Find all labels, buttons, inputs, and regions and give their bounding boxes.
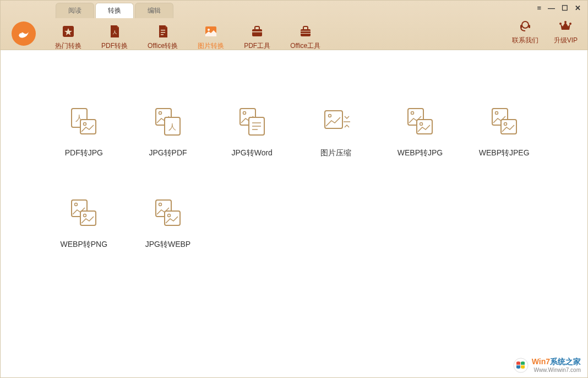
svg-rect-12	[301, 33, 311, 34]
tab-read[interactable]: 阅读	[56, 3, 94, 18]
toolbox-icon	[249, 24, 265, 39]
svg-rect-4	[161, 32, 165, 33]
svg-point-45	[75, 203, 78, 206]
svg-rect-14	[520, 25, 522, 28]
nav-image-convert[interactable]: 图片转换	[195, 23, 226, 52]
top-tabs: 阅读 转换 编辑	[1, 1, 587, 18]
item-jpg-to-webp[interactable]: JPG转WEBP	[129, 197, 208, 250]
action-label: 升级VIP	[554, 36, 578, 45]
maximize-icon[interactable]: ☐	[562, 4, 568, 12]
watermark: Win7系统之家 Www.Winwin7.com	[513, 357, 581, 373]
svg-rect-15	[529, 25, 530, 28]
watermark-url: Www.Winwin7.com	[532, 367, 581, 373]
doc-icon	[155, 24, 171, 39]
item-label: JPG转Word	[231, 148, 272, 158]
svg-point-41	[495, 112, 498, 115]
webp-jpg-icon	[404, 105, 437, 138]
pdf-jpg-icon: 人	[67, 105, 100, 138]
item-jpg-to-word[interactable]: JPG转Word	[213, 105, 291, 158]
item-webp-to-jpg[interactable]: WEBP转JPG	[381, 105, 460, 158]
tab-edit[interactable]: 编辑	[135, 3, 173, 18]
svg-point-24	[159, 112, 161, 115]
svg-rect-42	[501, 120, 516, 134]
nav-label: PDF转换	[101, 41, 128, 51]
nav-label: Office转换	[148, 41, 178, 51]
jpg-word-icon	[236, 105, 269, 138]
svg-rect-50	[165, 211, 180, 225]
svg-rect-10	[301, 29, 311, 36]
item-label: WEBP转JPEG	[479, 148, 530, 158]
window-controls: ≡ — ☐ ✕	[537, 4, 581, 12]
action-label: 联系我们	[512, 36, 538, 45]
item-label: WEBP转PNG	[61, 240, 108, 250]
toolbox2-icon	[298, 24, 313, 39]
nav-pdf-convert[interactable]: 人 PDF转换	[99, 23, 130, 52]
close-icon[interactable]: ✕	[575, 4, 581, 12]
svg-rect-46	[80, 211, 96, 225]
content-area: 人 PDF转JPG 人 JPG转PDF JPG转Word 图片压缩	[1, 50, 587, 266]
svg-point-0	[20, 32, 22, 34]
svg-rect-11	[301, 31, 311, 31]
conversion-grid: 人 PDF转JPG 人 JPG转PDF JPG转Word 图片压缩	[45, 105, 543, 250]
webp-png-icon	[67, 197, 100, 230]
item-label: 图片压缩	[320, 148, 351, 158]
svg-point-17	[564, 21, 567, 23]
item-label: PDF转JPG	[65, 148, 103, 158]
upgrade-vip-button[interactable]: 升级VIP	[554, 18, 578, 45]
image-icon	[203, 24, 219, 39]
crown-icon	[558, 18, 573, 34]
item-label: WEBP转JPG	[398, 148, 443, 158]
svg-point-7	[208, 29, 210, 31]
star-icon	[61, 24, 76, 39]
app-logo	[12, 21, 36, 46]
nav-label: 热门转换	[55, 41, 81, 51]
pdf-icon: 人	[107, 24, 122, 39]
nav-label: 图片转换	[198, 41, 224, 51]
webp-jpeg-icon	[488, 105, 521, 138]
item-webp-to-jpeg[interactable]: WEBP转JPEG	[465, 105, 543, 158]
svg-point-34	[329, 115, 331, 117]
svg-point-37	[411, 112, 413, 115]
jpg-webp-icon	[151, 197, 184, 230]
nav-bar: 热门转换 人 PDF转换 Office转换 图片转换 PDF工具	[1, 18, 587, 52]
windows-logo-icon	[513, 358, 529, 373]
item-label: JPG转PDF	[149, 148, 187, 158]
nav-label: Office工具	[290, 41, 320, 51]
contact-button[interactable]: 联系我们	[512, 18, 538, 45]
jpg-pdf-icon: 人	[151, 105, 184, 138]
svg-rect-33	[325, 111, 342, 128]
minimize-icon[interactable]: —	[548, 4, 555, 12]
svg-rect-21	[80, 120, 96, 134]
item-webp-to-png[interactable]: WEBP转PNG	[45, 197, 123, 250]
nav-office-tools[interactable]: Office工具	[288, 23, 323, 52]
svg-point-16	[559, 23, 562, 25]
watermark-brand: Win7系统之家	[532, 357, 581, 367]
item-pdf-to-jpg[interactable]: 人 PDF转JPG	[45, 105, 123, 158]
right-actions: 联系我们 升级VIP	[512, 18, 578, 45]
item-label: JPG转WEBP	[145, 240, 190, 250]
svg-rect-9	[252, 31, 262, 33]
nav-pdf-tools[interactable]: PDF工具	[242, 23, 273, 52]
nav-label: PDF工具	[244, 41, 270, 51]
compress-icon	[319, 105, 352, 138]
tab-convert[interactable]: 转换	[95, 3, 134, 18]
svg-rect-5	[161, 34, 164, 35]
svg-rect-8	[252, 29, 262, 36]
svg-rect-3	[161, 30, 165, 31]
svg-text:人: 人	[112, 30, 117, 35]
svg-point-49	[159, 203, 161, 206]
headset-icon	[518, 18, 533, 34]
menu-icon[interactable]: ≡	[537, 4, 541, 12]
item-image-compress[interactable]: 图片压缩	[297, 105, 375, 158]
svg-text:人: 人	[168, 122, 176, 131]
nav-hot-convert[interactable]: 热门转换	[53, 23, 84, 52]
nav-office-convert[interactable]: Office转换	[145, 23, 180, 52]
svg-point-13	[522, 21, 529, 28]
svg-point-28	[243, 112, 246, 115]
svg-rect-38	[417, 120, 432, 134]
svg-point-18	[569, 23, 571, 25]
item-jpg-to-pdf[interactable]: 人 JPG转PDF	[129, 105, 208, 158]
